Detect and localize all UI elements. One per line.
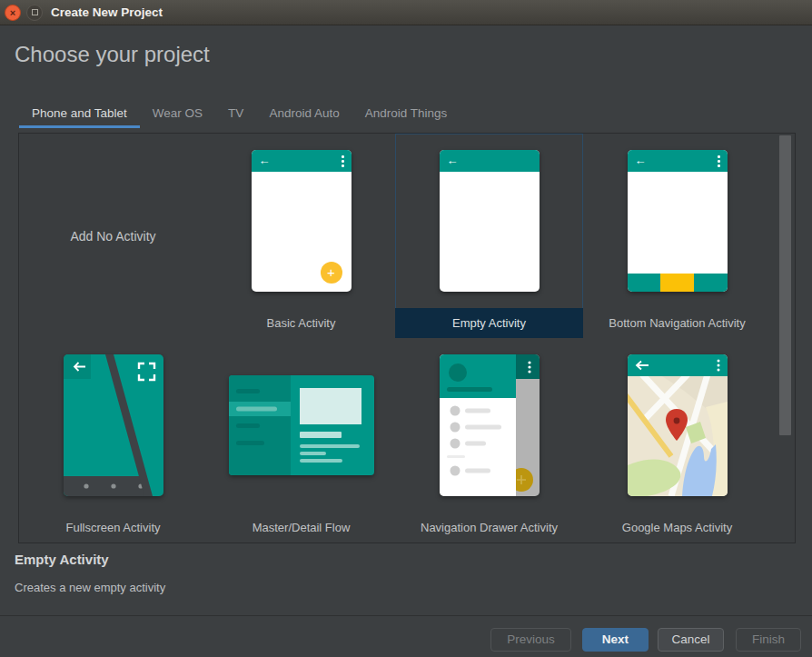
template-label: Fullscreen Activity (19, 513, 207, 543)
cancel-button[interactable]: Cancel (658, 628, 724, 652)
page-title: Choose your project (15, 42, 210, 67)
template-preview (19, 338, 207, 513)
template-preview: ← (583, 134, 771, 308)
template-label: Add No Activity (19, 134, 207, 338)
overflow-menu-icon (718, 155, 720, 167)
tab-phone-and-tablet[interactable]: Phone and Tablet (19, 102, 140, 128)
bottom-nav-bar (628, 274, 728, 292)
tab-wear-os[interactable]: Wear OS (140, 102, 215, 128)
template-preview: ← + (207, 134, 395, 308)
app-bar: ← (440, 150, 540, 172)
template-preview (583, 338, 771, 513)
phone-mockup: ← (628, 150, 728, 292)
back-arrow-icon: ← (259, 154, 271, 167)
phone-mockup (64, 354, 163, 496)
template-google-maps-activity[interactable]: Google Maps Activity (583, 338, 771, 543)
overflow-menu-icon (342, 155, 344, 167)
navigation-drawer-art (440, 354, 540, 496)
template-label: Navigation Drawer Activity (395, 513, 583, 543)
close-icon[interactable]: × (5, 5, 21, 21)
app-bar: ← (628, 150, 728, 172)
fullscreen-art (64, 354, 163, 496)
phone-mockup (628, 354, 728, 496)
footer-separator (0, 615, 812, 616)
restore-icon[interactable] (26, 5, 43, 21)
tab-android-auto[interactable]: Android Auto (256, 102, 352, 128)
selected-template-description: Creates a new empty activity (15, 581, 165, 594)
tab-android-things[interactable]: Android Things (352, 102, 460, 128)
template-gallery: Add No Activity ← + Basic Activity (18, 133, 796, 543)
app-bar: ← (252, 150, 352, 172)
template-master-detail-flow[interactable]: Master/Detail Flow (207, 338, 395, 543)
template-label: Empty Activity (395, 308, 583, 338)
back-arrow-icon: ← (635, 154, 647, 167)
restore-square (32, 9, 38, 15)
tablet-mockup (229, 375, 374, 475)
create-new-project-dialog: × Create New Project Choose your project… (0, 0, 812, 657)
template-label: Google Maps Activity (583, 513, 771, 543)
next-button[interactable]: Next (582, 628, 649, 652)
back-arrow-icon: ← (447, 154, 459, 167)
finish-button[interactable]: Finish (736, 628, 801, 652)
fab-add-icon: + (321, 262, 342, 284)
template-label: Master/Detail Flow (207, 513, 395, 543)
template-empty-activity[interactable]: ← Empty Activity (395, 134, 583, 338)
tab-tv[interactable]: TV (215, 102, 256, 128)
template-label: Bottom Navigation Activity (583, 308, 771, 338)
phone-mockup: ← + (252, 150, 352, 292)
form-factor-tabs: Phone and Tablet Wear OS TV Android Auto… (19, 102, 460, 128)
template-basic-activity[interactable]: ← + Basic Activity (207, 134, 395, 338)
window-titlebar: × Create New Project (0, 0, 812, 25)
selected-template-title: Empty Activity (15, 552, 109, 567)
template-preview (395, 338, 583, 513)
phone-mockup (440, 354, 540, 496)
template-fullscreen-activity[interactable]: Fullscreen Activity (19, 338, 207, 543)
window-title: Create New Project (51, 0, 163, 25)
scrollbar-thumb[interactable] (779, 135, 791, 435)
previous-button[interactable]: Previous (490, 628, 571, 652)
template-label: Basic Activity (207, 308, 395, 338)
master-detail-art (229, 375, 374, 475)
template-add-no-activity[interactable]: Add No Activity (19, 134, 207, 338)
map-art (628, 354, 728, 496)
template-preview: ← (395, 134, 583, 308)
phone-mockup: ← (440, 150, 540, 292)
avatar (449, 363, 467, 382)
template-bottom-navigation-activity[interactable]: ← Bottom Navigation Activity (583, 134, 771, 338)
template-navigation-drawer-activity[interactable]: Navigation Drawer Activity (395, 338, 583, 543)
template-preview (207, 338, 395, 513)
